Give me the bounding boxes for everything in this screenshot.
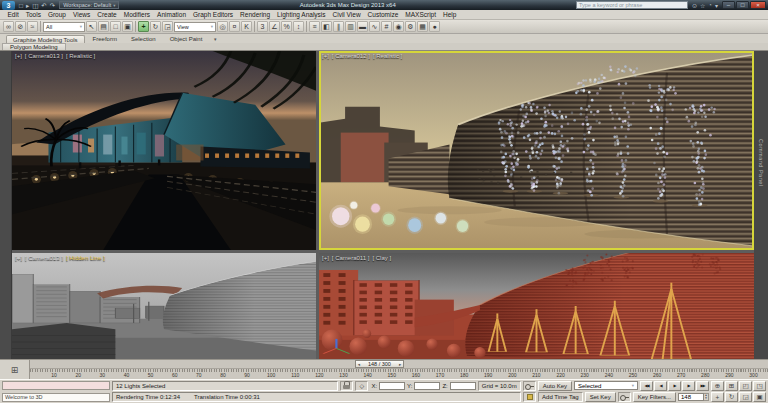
viewport-pov-label[interactable]: [ Camera013 ]: [25, 255, 63, 261]
viewport-menu-plus[interactable]: [+]: [322, 255, 329, 261]
material-editor-icon[interactable]: ◉: [393, 21, 404, 32]
set-key-button[interactable]: Set Key: [585, 392, 616, 402]
viewport-canvas-hidden-line-scene[interactable]: [12, 253, 316, 359]
ribbon-tab-object-paint[interactable]: Object Paint: [164, 35, 209, 43]
redo-icon[interactable]: ↷: [49, 1, 56, 10]
go-to-start-button[interactable]: ◀◀: [640, 381, 653, 391]
ribbon-tab-selection[interactable]: Selection: [125, 35, 162, 43]
viewport-label[interactable]: [+] [ Camera013 ] [ Hidden Line ]: [15, 255, 105, 261]
viewport-shading-label[interactable]: [ Realistic ]: [66, 53, 95, 59]
viewport-label[interactable]: [+] [ Camera012 ] [ Realistic ]: [322, 53, 402, 59]
open-mini-listener-button[interactable]: ⊞: [0, 360, 30, 379]
time-tag-icon-button[interactable]: [523, 392, 536, 402]
key-mode-dropdown[interactable]: Selected ▾: [574, 381, 638, 390]
render-production-icon[interactable]: ●: [429, 21, 440, 32]
previous-frame-button[interactable]: ◀: [654, 381, 667, 391]
menu-maxscript[interactable]: MAXScript: [402, 11, 440, 18]
spinner-snap-icon[interactable]: ↕: [293, 21, 304, 32]
select-by-name-icon[interactable]: ▤: [98, 21, 109, 32]
viewport-top-right-active[interactable]: [+] [ Camera012 ] [ Realistic ]: [319, 51, 754, 250]
menu-tools[interactable]: Tools: [22, 11, 44, 18]
viewport-top-left[interactable]: [+] [ Camera013 ] [ Realistic ]: [12, 51, 316, 250]
time-slider-thumb[interactable]: ◂ 148 / 300 ▸: [355, 360, 404, 368]
zoom-icon[interactable]: ⊕: [711, 381, 724, 391]
viewport-pov-label[interactable]: [ Camera012 ]: [332, 53, 370, 59]
ribbon-tab-graphite-modeling-tools[interactable]: Graphite Modeling Tools: [6, 35, 85, 43]
undo-icon[interactable]: ↶: [40, 1, 47, 10]
select-and-move-icon[interactable]: +: [138, 21, 149, 32]
infocenter-search-input[interactable]: Type a keyword or phrase: [576, 1, 688, 9]
menu-animation[interactable]: Animation: [154, 11, 190, 18]
menu-group[interactable]: Group: [44, 11, 69, 18]
viewport-menu-plus[interactable]: [+]: [15, 255, 22, 261]
search-go-icon[interactable]: ⊙: [691, 2, 698, 9]
graphite-ribbon-toggle-icon[interactable]: ▬: [357, 21, 368, 32]
track-bar[interactable]: 1020304050607080901001101201301401501601…: [30, 369, 768, 379]
set-keys-button[interactable]: [523, 381, 536, 391]
window-crossing-icon[interactable]: ▣: [122, 21, 133, 32]
coord-field-z[interactable]: [450, 382, 476, 390]
viewport-label[interactable]: [+] [ Camera011 ] [ Clay ]: [322, 255, 391, 261]
selection-filter-dropdown[interactable]: All▾: [43, 22, 85, 32]
open-file-icon[interactable]: ▸: [25, 1, 30, 10]
save-file-icon[interactable]: ◫: [31, 1, 39, 10]
viewport-pov-label[interactable]: [ Camera011 ]: [332, 255, 370, 261]
menu-graph-editors[interactable]: Graph Editors: [190, 11, 237, 18]
zoom-extents-icon[interactable]: ◰: [739, 381, 752, 391]
menu-create[interactable]: Create: [94, 11, 121, 18]
viewport-bottom-right[interactable]: [+] [ Camera011 ] [ Clay ]: [319, 253, 754, 359]
angle-snap-icon[interactable]: ∠: [269, 21, 280, 32]
workspace-dropdown[interactable]: Workspace: Default ▾: [59, 1, 119, 9]
menu-views[interactable]: Views: [69, 11, 93, 18]
align-icon[interactable]: ∥: [333, 21, 344, 32]
pan-view-icon[interactable]: +: [711, 392, 724, 402]
ribbon-tab-freeform[interactable]: Freeform: [87, 35, 123, 43]
orbit-icon[interactable]: ↻: [725, 392, 738, 402]
schematic-view-icon[interactable]: #: [381, 21, 392, 32]
key-mode-toggle-button[interactable]: [618, 392, 631, 402]
render-setup-icon[interactable]: ⚙: [405, 21, 416, 32]
select-and-rotate-icon[interactable]: ↻: [150, 21, 161, 32]
coord-field-y[interactable]: [414, 382, 440, 390]
viewport-pov-label[interactable]: [ Camera013 ]: [25, 53, 63, 59]
keyboard-shortcut-override-icon[interactable]: K: [241, 21, 252, 32]
command-panel-tab[interactable]: Command Panel: [758, 139, 764, 359]
menu-civil-view[interactable]: Civil View: [329, 11, 364, 18]
frame-number-field[interactable]: 148: [678, 393, 704, 401]
application-menu-button[interactable]: 3: [2, 1, 15, 10]
snaps-toggle-icon[interactable]: 3: [257, 21, 268, 32]
frame-spinner[interactable]: ▲▼: [704, 393, 709, 401]
search-history-icon[interactable]: ◔: [707, 2, 713, 9]
unlink-selection-icon[interactable]: ⊘: [15, 21, 26, 32]
maximize-viewport-toggle-icon[interactable]: ▣: [753, 392, 766, 402]
ribbon-tab-options-icon[interactable]: ▾: [210, 35, 220, 43]
viewport-bottom-left[interactable]: [+] [ Camera013 ] [ Hidden Line ]: [12, 253, 316, 359]
viewport-menu-plus[interactable]: [+]: [322, 53, 329, 59]
play-animation-button[interactable]: ▶: [668, 381, 681, 391]
menu-modifiers[interactable]: Modifiers: [120, 11, 153, 18]
percent-snap-icon[interactable]: %: [281, 21, 292, 32]
maxscript-macro-recorder-field[interactable]: [2, 381, 110, 390]
curve-editor-icon[interactable]: ∿: [369, 21, 380, 32]
mirror-icon[interactable]: ◧: [321, 21, 332, 32]
field-of-view-icon[interactable]: ◲: [739, 392, 752, 402]
menu-rendering[interactable]: Rendering: [237, 11, 274, 18]
rectangular-selection-region-icon[interactable]: □: [110, 21, 121, 32]
layer-manager-icon[interactable]: ▥: [345, 21, 356, 32]
reference-coordinate-system-dropdown[interactable]: View▾: [174, 22, 216, 32]
favorites-star-icon[interactable]: ☆: [699, 2, 706, 9]
viewport-canvas-clay-scene[interactable]: [319, 253, 754, 359]
maximize-button[interactable]: □: [736, 1, 749, 9]
bind-to-space-warp-icon[interactable]: ≈: [27, 21, 38, 32]
close-button[interactable]: ×: [750, 1, 766, 9]
viewport-shading-label[interactable]: [ Realistic ]: [373, 53, 402, 59]
go-to-end-button[interactable]: ▶▶: [696, 381, 709, 391]
viewport-canvas-fountain-scene[interactable]: [319, 51, 754, 250]
viewport-shading-label[interactable]: [ Clay ]: [372, 255, 391, 261]
zoom-all-icon[interactable]: ⊞: [725, 381, 738, 391]
next-frame-arrow-icon[interactable]: ▸: [397, 362, 403, 367]
menu-customize[interactable]: Customize: [364, 11, 402, 18]
ribbon-panel-polygon-modeling[interactable]: Polygon Modeling: [2, 43, 66, 50]
search-options-dropdown-icon[interactable]: ▾: [714, 2, 719, 9]
coord-field-x[interactable]: [379, 382, 405, 390]
